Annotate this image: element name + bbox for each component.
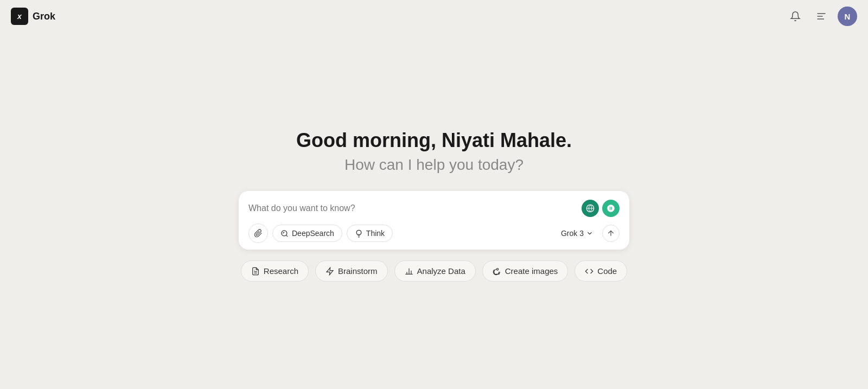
app-name: Grok (33, 11, 55, 22)
deepsearch-icon (280, 229, 289, 238)
create-images-label: Create images (505, 266, 558, 276)
toolbar-right: Grok 3 (557, 225, 620, 242)
avatar[interactable]: N (838, 7, 857, 26)
search-container: DeepSearch Think Grok 3 (239, 191, 629, 250)
grok-icon (607, 204, 615, 213)
greeting-title: Good morning, Niyati Mahale. (296, 129, 572, 152)
bulb-icon (355, 229, 363, 238)
brainstorm-label: Brainstorm (338, 266, 378, 276)
quick-chip-code[interactable]: Code (575, 260, 627, 282)
notification-button[interactable] (786, 7, 805, 26)
menu-button[interactable] (812, 7, 831, 26)
model-selector[interactable]: Grok 3 (557, 227, 598, 240)
svg-point-4 (282, 230, 287, 235)
think-button[interactable]: Think (347, 225, 393, 242)
earth-icon (586, 204, 595, 213)
header-right: N (786, 7, 857, 26)
paint-icon (493, 267, 501, 276)
chevron-down-icon (586, 229, 593, 237)
toolbar-left: DeepSearch Think (248, 224, 393, 243)
chart-icon (405, 267, 413, 276)
main-content: Good morning, Niyati Mahale. How can I h… (0, 0, 868, 389)
search-input[interactable] (248, 203, 582, 213)
code-label: Code (597, 266, 617, 276)
search-icons (582, 200, 620, 217)
quick-chip-research[interactable]: Research (241, 260, 309, 282)
paperclip-icon (254, 229, 263, 238)
deepsearch-label: DeepSearch (292, 229, 334, 238)
greeting-subtitle: How can I help you today? (296, 156, 572, 174)
brainstorm-icon (326, 267, 334, 276)
bell-icon (790, 11, 801, 22)
header: x Grok N (0, 0, 868, 33)
analyze-label: Analyze Data (417, 266, 465, 276)
greeting: Good morning, Niyati Mahale. How can I h… (296, 129, 572, 174)
quick-actions: Research Brainstorm Analyze Data (241, 260, 627, 282)
arrow-up-icon (607, 229, 615, 238)
logo-icon: x (11, 8, 28, 25)
deepthink-icon-btn[interactable] (582, 200, 599, 217)
code-icon (585, 267, 593, 276)
think-label: Think (366, 229, 385, 238)
model-label: Grok 3 (561, 229, 584, 238)
grok-logo-icon-btn[interactable] (602, 200, 620, 217)
send-button[interactable] (602, 225, 620, 242)
research-label: Research (264, 266, 298, 276)
attach-button[interactable] (248, 224, 268, 243)
quick-chip-create-images[interactable]: Create images (482, 260, 569, 282)
quick-chip-brainstorm[interactable]: Brainstorm (315, 260, 388, 282)
research-icon (251, 267, 260, 276)
header-left: x Grok (11, 8, 55, 25)
toolbar-row: DeepSearch Think Grok 3 (248, 224, 620, 243)
search-row (248, 200, 620, 217)
svg-marker-9 (327, 267, 333, 275)
menu-icon (816, 11, 827, 22)
deepsearch-button[interactable]: DeepSearch (272, 225, 342, 242)
quick-chip-analyze[interactable]: Analyze Data (394, 260, 476, 282)
